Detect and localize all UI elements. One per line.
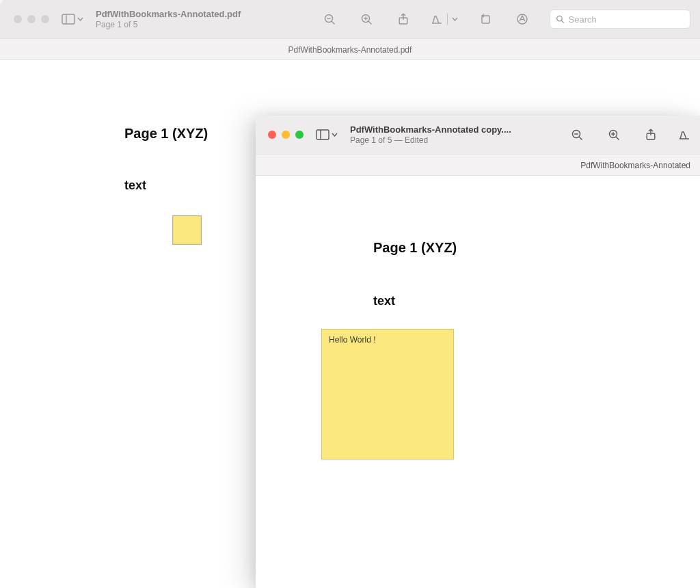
markup-button[interactable] — [431, 13, 458, 25]
tab-bar-front[interactable]: PdfWithBookmarks-Annotated — [256, 154, 700, 176]
doc-heading: Page 1 (XYZ) — [373, 240, 457, 256]
zoom-out-button[interactable] — [567, 125, 587, 144]
tab-bar-back[interactable]: PdfWithBookmarks-Annotated.pdf — [0, 38, 700, 60]
document-page-front[interactable]: Page 1 (XYZ) text Hello World ! — [256, 176, 700, 588]
zoom-in-button[interactable] — [357, 10, 376, 29]
sidebar-toggle-button[interactable] — [62, 14, 83, 25]
sidebar-toggle-button[interactable] — [316, 129, 338, 140]
markup-icon — [431, 13, 443, 25]
close-icon[interactable] — [14, 15, 22, 23]
doc-body-text: text — [124, 178, 146, 193]
window-title-block-front: PdfWithBookmarks-Annotated copy.... Page… — [350, 124, 511, 145]
svg-line-22 — [616, 137, 619, 140]
markup-button[interactable] — [678, 125, 690, 144]
divider — [447, 13, 448, 25]
tab-label: PdfWithBookmarks-Annotated — [580, 161, 690, 170]
sticky-note-small[interactable] — [172, 215, 202, 245]
doc-heading: Page 1 (XYZ) — [124, 126, 208, 142]
titlebar-front: PdfWithBookmarks-Annotated copy.... Page… — [256, 116, 700, 154]
svg-rect-16 — [317, 130, 329, 139]
preview-window-front: PdfWithBookmarks-Annotated copy.... Page… — [256, 116, 700, 588]
share-button[interactable] — [641, 125, 660, 144]
chevron-down-icon[interactable] — [452, 17, 458, 21]
svg-line-19 — [579, 137, 582, 140]
svg-point-14 — [557, 16, 563, 21]
traffic-lights-front — [268, 131, 304, 139]
share-button[interactable] — [394, 10, 413, 29]
svg-line-3 — [332, 21, 335, 25]
search-field[interactable] — [550, 10, 690, 29]
traffic-lights-back — [14, 15, 49, 23]
sticky-note-text: Hello World ! — [329, 335, 375, 345]
zoom-icon[interactable] — [41, 15, 49, 23]
zoom-in-button[interactable] — [604, 125, 623, 144]
window-title: PdfWithBookmarks-Annotated copy.... — [350, 124, 511, 135]
zoom-icon[interactable] — [295, 131, 304, 139]
doc-body-text: text — [373, 294, 395, 308]
close-icon[interactable] — [268, 131, 276, 139]
toolbar-front — [567, 125, 690, 144]
window-subtitle: Page 1 of 5 — Edited — [350, 135, 511, 145]
window-title-block-back: PdfWithBookmarks-Annotated.pdf Page 1 of… — [96, 9, 241, 29]
svg-line-15 — [561, 21, 563, 23]
minimize-icon[interactable] — [282, 131, 290, 139]
sticky-note-large[interactable]: Hello World ! — [321, 329, 454, 459]
titlebar-back: PdfWithBookmarks-Annotated.pdf Page 1 of… — [0, 0, 700, 38]
window-title: PdfWithBookmarks-Annotated.pdf — [96, 9, 241, 19]
chevron-down-icon — [332, 133, 338, 137]
zoom-out-button[interactable] — [320, 10, 339, 29]
window-subtitle: Page 1 of 5 — [96, 20, 241, 29]
rotate-button[interactable] — [476, 10, 495, 29]
markup-icon — [678, 129, 690, 141]
search-icon — [556, 14, 565, 24]
tab-label: PdfWithBookmarks-Annotated.pdf — [288, 45, 412, 55]
svg-rect-0 — [62, 14, 75, 24]
toolbar-back — [320, 10, 690, 29]
chevron-down-icon — [77, 17, 83, 21]
minimize-icon[interactable] — [27, 15, 36, 23]
svg-line-6 — [368, 21, 372, 25]
search-input[interactable] — [569, 14, 684, 25]
highlight-color-button[interactable] — [513, 10, 532, 29]
